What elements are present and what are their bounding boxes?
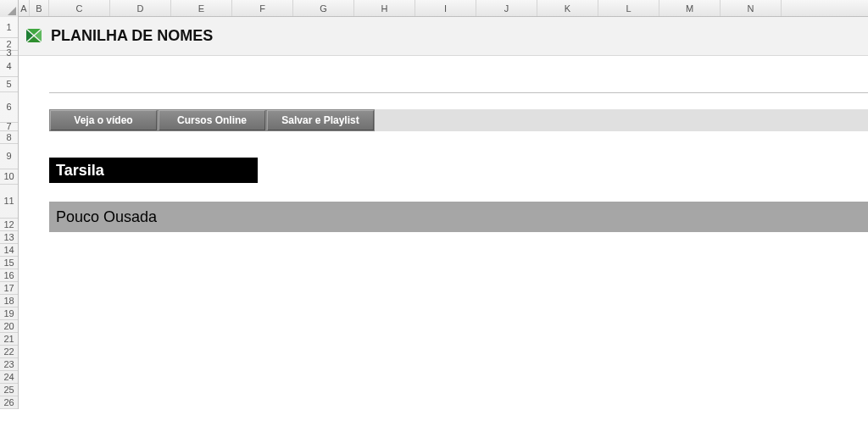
select-all-corner[interactable] (0, 0, 19, 17)
column-headers: ABCDEFGHIJKLMN (0, 0, 868, 17)
column-header-K[interactable]: K (537, 0, 598, 16)
column-header-L[interactable]: L (598, 0, 659, 16)
row-header-16[interactable]: 16 (0, 269, 18, 282)
row-header-9[interactable]: 9 (0, 144, 18, 169)
row-header-12[interactable]: 12 (0, 219, 18, 231)
row-header-25[interactable]: 25 (0, 384, 18, 396)
column-header-B[interactable]: B (30, 0, 49, 16)
button-bar: Veja o vídeo Cursos Online Salvar e Play… (49, 109, 868, 131)
cursos-button[interactable]: Cursos Online (158, 109, 266, 131)
row-header-24[interactable]: 24 (0, 371, 18, 384)
row-header-20[interactable]: 20 (0, 320, 18, 333)
title-banner: PLANILHA DE NOMES (19, 17, 868, 56)
column-header-G[interactable]: G (293, 0, 354, 16)
row-header-19[interactable]: 19 (0, 307, 18, 320)
row-header-26[interactable]: 26 (0, 396, 18, 409)
video-button[interactable]: Veja o vídeo (49, 109, 158, 131)
row-header-15[interactable]: 15 (0, 257, 18, 269)
divider-line (49, 92, 868, 93)
row-headers: 1234567891011121314151617181920212223242… (0, 17, 19, 409)
adjective-cell[interactable]: Pouco Ousada (49, 202, 868, 232)
sheet-title: PLANILHA DE NOMES (51, 27, 213, 45)
column-header-E[interactable]: E (171, 0, 232, 16)
row-header-18[interactable]: 18 (0, 295, 18, 307)
row-header-11[interactable]: 11 (0, 185, 18, 219)
column-header-C[interactable]: C (49, 0, 110, 16)
column-header-D[interactable]: D (110, 0, 171, 16)
name-cell[interactable]: Tarsila (49, 158, 258, 183)
column-header-I[interactable]: I (415, 0, 476, 16)
row-header-4[interactable]: 4 (0, 56, 18, 77)
row-header-23[interactable]: 23 (0, 358, 18, 371)
row-header-13[interactable]: 13 (0, 231, 18, 244)
column-header-A[interactable]: A (19, 0, 30, 16)
grid-area[interactable]: PLANILHA DE NOMES Veja o vídeo Cursos On… (19, 17, 868, 432)
salvar-button[interactable]: Salvar e Playlist (266, 109, 375, 131)
row-header-10[interactable]: 10 (0, 169, 18, 185)
row-header-21[interactable]: 21 (0, 333, 18, 346)
row-header-8[interactable]: 8 (0, 131, 18, 144)
column-header-H[interactable]: H (354, 0, 415, 16)
row-header-5[interactable]: 5 (0, 77, 18, 92)
column-header-N[interactable]: N (721, 0, 782, 16)
row-header-1[interactable]: 1 (0, 17, 18, 38)
row-header-22[interactable]: 22 (0, 346, 18, 358)
row-header-14[interactable]: 14 (0, 244, 18, 257)
row-header-6[interactable]: 6 (0, 92, 18, 123)
column-header-J[interactable]: J (476, 0, 537, 16)
column-header-F[interactable]: F (232, 0, 293, 16)
column-header-M[interactable]: M (659, 0, 721, 16)
row-header-7[interactable]: 7 (0, 123, 18, 131)
excel-logo-icon (24, 26, 44, 47)
row-header-17[interactable]: 17 (0, 282, 18, 295)
